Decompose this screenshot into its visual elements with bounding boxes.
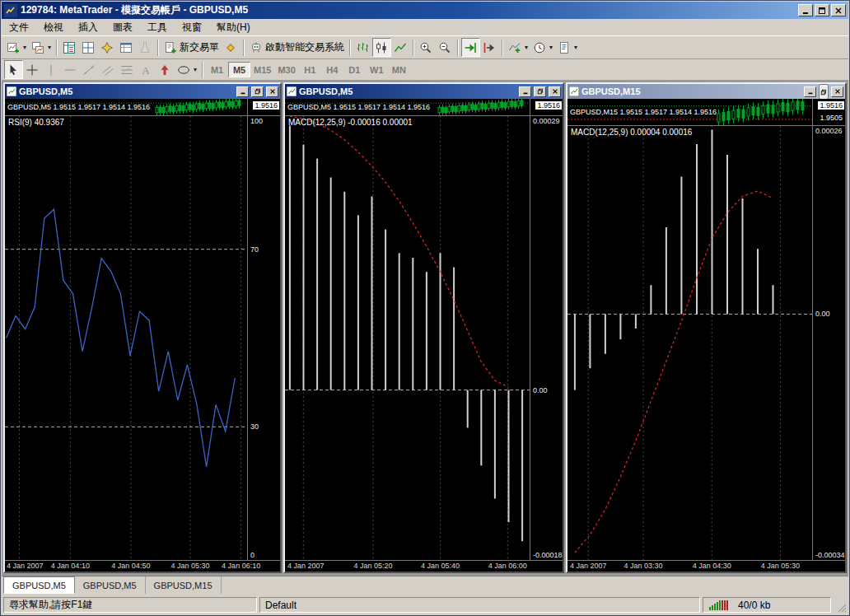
timeframe-h1[interactable]: H1 (299, 62, 321, 77)
metaeditor-button[interactable] (222, 38, 241, 57)
cursor-button[interactable] (4, 60, 23, 79)
terminal-button[interactable] (117, 38, 136, 57)
price-column: 1.9516 (247, 99, 280, 115)
chart-plot-area[interactable]: MACD(12,25,9) -0.00016 0.00001 (285, 116, 530, 560)
market-watch-button[interactable] (60, 38, 79, 57)
menu-item[interactable]: 檢視 (36, 19, 71, 36)
resize-grip[interactable] (834, 597, 847, 613)
chart-restore-button[interactable] (251, 86, 264, 97)
x-axis-label: 4 Jan 2007 (570, 562, 607, 570)
chart-minimize-button[interactable] (804, 86, 816, 97)
chart-tab-bar: GBPUSD,M5GBPUSD,M5GBPUSD,M15 (2, 576, 848, 594)
periods-button[interactable]: ▾ (530, 38, 555, 57)
y-axis[interactable]: 10070300 (247, 116, 280, 560)
menu-item[interactable]: 插入 (71, 19, 105, 36)
toolbar-separator (202, 62, 203, 78)
new-order-label: 新交易單 (180, 40, 219, 54)
new-chart-dropdown-arrow-icon[interactable]: ▾ (23, 44, 26, 51)
chart-restore-button[interactable] (534, 86, 546, 97)
line-chart-mode-button[interactable] (391, 38, 410, 57)
close-icon (269, 88, 276, 95)
close-button[interactable] (831, 4, 846, 16)
horizontal-line-button[interactable] (61, 60, 80, 79)
trendline-button[interactable] (80, 60, 99, 79)
chart-close-button[interactable] (266, 86, 278, 97)
traffic-counter: 40/0 kb (738, 600, 770, 611)
menu-item[interactable]: 視窗 (175, 19, 209, 36)
shapes-button[interactable]: ▾ (175, 60, 199, 79)
shapes-dropdown-arrow-icon[interactable]: ▾ (194, 66, 197, 73)
arrows-button[interactable] (156, 60, 175, 79)
candle-chart-mode-button[interactable] (372, 38, 391, 57)
chart-plot-area[interactable]: RSI(9) 40.9367 (5, 116, 247, 560)
profiles-dropdown-arrow-icon[interactable]: ▾ (48, 44, 51, 51)
timeframe-mn[interactable]: MN (388, 62, 410, 77)
expert-icon (250, 41, 263, 54)
new-chart-button[interactable]: ▾ (4, 38, 29, 57)
templates-button[interactable]: ▾ (555, 38, 580, 57)
menu-item[interactable]: 圖表 (105, 19, 140, 36)
timeframe-d1[interactable]: D1 (343, 62, 366, 77)
navigator-button[interactable] (98, 38, 117, 57)
equidistant-channel-button[interactable] (99, 60, 118, 79)
expert-advisors-button[interactable]: 啟動智能交易系統 (247, 38, 347, 57)
zoom-in-button[interactable] (417, 38, 436, 57)
close-icon (834, 88, 841, 95)
new-order-button[interactable]: 新交易單 (161, 38, 222, 57)
app-titlebar[interactable]: 129784: MetaTrader - 模擬交易帳戶 - GBPUSD,M5 (2, 2, 848, 19)
maximize-button[interactable] (815, 4, 829, 16)
chart-close-button[interactable] (549, 86, 561, 97)
chart-restore-button[interactable] (819, 84, 829, 100)
bar-chart-mode-button[interactable] (353, 38, 372, 57)
svg-text:A: A (142, 63, 150, 76)
text-label-button[interactable]: A (137, 60, 156, 79)
y-axis[interactable]: 0.000290.00-0.00018 (530, 116, 563, 560)
chart-tab[interactable]: GBPUSD,M5 (75, 576, 146, 594)
zoom-out-button[interactable] (436, 38, 455, 57)
menu-item[interactable]: 文件 (2, 19, 36, 36)
indicators-button[interactable]: ▾ (506, 38, 530, 57)
chart-minimize-button[interactable] (236, 86, 249, 97)
timeframe-h4[interactable]: H4 (321, 62, 343, 77)
status-profile-segment[interactable]: Default (259, 597, 700, 613)
metatrader-app: { "window": { "title": "129784: MetaTrad… (0, 0, 850, 616)
data-window-button[interactable] (79, 38, 98, 57)
chart-close-button[interactable] (831, 86, 843, 97)
auto-scroll-button[interactable] (461, 38, 480, 57)
minimize-icon (240, 88, 246, 95)
zoom-in-icon (419, 41, 432, 54)
timeframe-m1[interactable]: M1 (206, 62, 228, 77)
y-axis[interactable]: 0.000260.00-0.00034 (812, 126, 845, 560)
templates-icon (558, 41, 571, 54)
indicators-icon (508, 41, 521, 54)
auto-scroll-icon (464, 41, 477, 54)
timeframe-m5[interactable]: M5 (228, 62, 250, 77)
timeframe-m30[interactable]: M30 (274, 62, 298, 77)
navigator-icon (100, 41, 114, 54)
chart-tab[interactable]: GBPUSD,M15 (146, 576, 222, 594)
strategy-tester-button[interactable] (136, 38, 155, 57)
timeframe-m15[interactable]: M15 (250, 62, 274, 77)
chart-window-titlebar[interactable]: GBPUSD,M15 (567, 84, 845, 99)
fibonacci-button[interactable] (118, 60, 137, 79)
x-axis[interactable]: 4 Jan 20074 Jan 03:304 Jan 04:304 Jan 05… (567, 560, 845, 572)
x-axis[interactable]: 4 Jan 20074 Jan 04:104 Jan 04:504 Jan 05… (5, 560, 280, 572)
x-axis-label: 4 Jan 03:30 (624, 562, 663, 570)
minimize-button[interactable] (798, 4, 813, 16)
menu-item[interactable]: 工具 (140, 19, 175, 36)
templates-dropdown-arrow-icon[interactable]: ▾ (574, 44, 577, 51)
vertical-line-button[interactable] (42, 60, 61, 79)
chart-plot-area[interactable]: MACD(12,25,9) 0.00004 0.00016 (567, 126, 812, 560)
indicators-dropdown-arrow-icon[interactable]: ▾ (525, 44, 528, 51)
menu-item[interactable]: 幫助(H) (209, 19, 258, 36)
chart-minimize-button[interactable] (519, 86, 531, 97)
crosshair-button[interactable] (23, 60, 42, 79)
chart-shift-button[interactable] (480, 38, 499, 57)
chart-window-titlebar[interactable]: GBPUSD,M5 (5, 84, 280, 99)
x-axis[interactable]: 4 Jan 20074 Jan 05:204 Jan 05:404 Jan 06… (285, 560, 563, 572)
timeframe-w1[interactable]: W1 (366, 62, 388, 77)
chart-window-titlebar[interactable]: GBPUSD,M5 (285, 84, 563, 99)
periods-dropdown-arrow-icon[interactable]: ▾ (549, 44, 553, 51)
profiles-button[interactable]: ▾ (29, 38, 54, 57)
chart-tab[interactable]: GBPUSD,M5 (3, 576, 75, 594)
